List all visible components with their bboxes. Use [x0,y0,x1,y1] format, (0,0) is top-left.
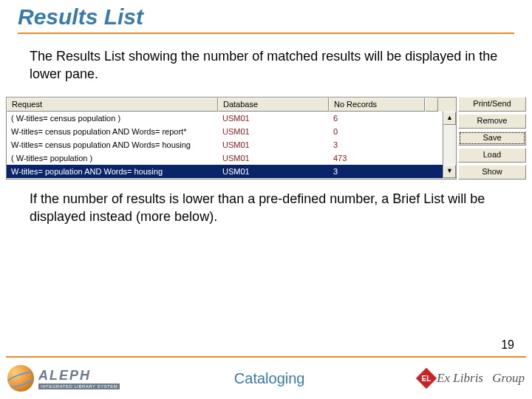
cell-database: USM01 [218,140,329,150]
exlibris-prefix: Ex Libris [437,371,483,386]
page-number: 19 [501,338,514,352]
cell-norecords: 3 [329,140,425,150]
save-button[interactable]: Save [458,131,526,146]
cell-norecords: 473 [329,153,425,163]
cell-database: USM01 [218,113,329,123]
footer-center-text: Cataloging [120,370,419,387]
table-row[interactable]: W-titles= census population AND Words= r… [7,125,443,138]
outro-text: If the number of results is lower than a… [0,180,532,226]
exlibris-suffix: Group [492,371,525,386]
table-row[interactable]: ( W-titles= census population )USM016 [7,112,443,125]
exlibris-logo: EL Ex Libris Group [419,371,525,386]
results-grid: Request Database No Records ( W-titles= … [6,97,457,180]
col-request[interactable]: Request [7,98,218,112]
action-button-column: Print/Send Remove Save Load Show [458,97,526,180]
scroll-track[interactable] [443,125,456,165]
cell-database: USM01 [218,166,329,177]
aleph-logo: ALEPH INTEGRATED LIBRARY SYSTEM [7,365,120,392]
cell-request: W-titles= population AND Words= housing [7,166,218,177]
col-norecords[interactable]: No Records [329,98,425,112]
col-database[interactable]: Database [218,98,329,112]
scroll-up-icon[interactable]: ▲ [443,112,456,125]
aleph-product-sub: INTEGRATED LIBRARY SYSTEM [38,383,120,389]
slide-title: Results List [0,0,532,30]
table-row[interactable]: W-titles= census population AND Words= h… [7,138,443,151]
cell-database: USM01 [218,153,329,163]
load-button[interactable]: Load [458,148,526,163]
aleph-product-name: ALEPH [38,368,120,383]
exlibris-badge-icon: EL [416,368,437,389]
aleph-orb-icon [7,365,34,392]
table-row[interactable]: W-titles= population AND Words= housingU… [7,165,443,178]
vertical-scrollbar[interactable]: ▲ ▼ [443,112,456,178]
cell-request: W-titles= census population AND Words= h… [7,140,218,150]
grid-body: ( W-titles= census population )USM016W-t… [7,112,443,178]
scrollbar-header [425,98,438,112]
footer-divider [6,356,526,358]
slide-footer: ALEPH INTEGRATED LIBRARY SYSTEM Catalogi… [0,356,532,399]
cell-database: USM01 [218,126,329,137]
cell-request: W-titles= census population AND Words= r… [7,126,218,137]
results-list-panel: Request Database No Records ( W-titles= … [6,97,526,180]
intro-text: The Results List showing the number of m… [0,34,532,83]
grid-header-row: Request Database No Records [7,98,456,112]
cell-request: ( W-titles= population ) [7,153,218,163]
remove-button[interactable]: Remove [458,114,526,129]
cell-norecords: 0 [329,126,425,137]
scroll-down-icon[interactable]: ▼ [443,165,456,178]
cell-request: ( W-titles= census population ) [7,113,218,123]
cell-norecords: 6 [329,113,425,123]
cell-norecords: 3 [329,166,425,177]
show-button[interactable]: Show [458,165,526,180]
print-send-button[interactable]: Print/Send [458,97,526,112]
table-row[interactable]: ( W-titles= population )USM01473 [7,151,443,165]
